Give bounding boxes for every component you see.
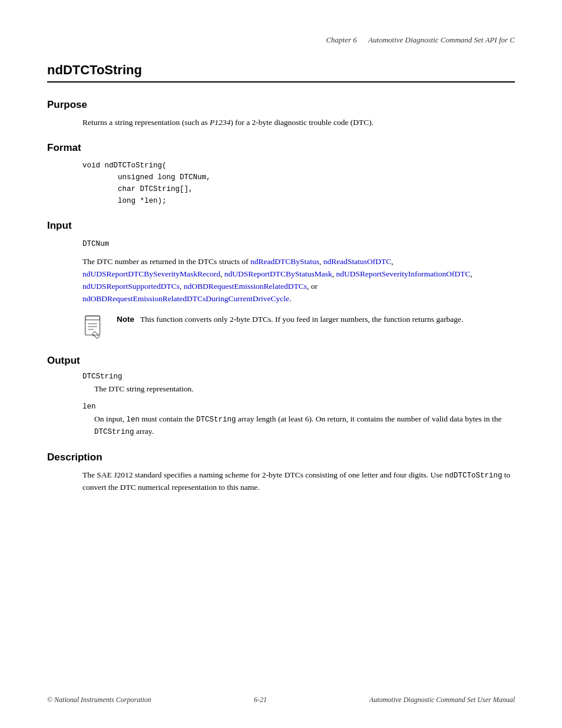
description-text: The SAE J2012 standard specifies a namin… — [82, 469, 515, 494]
link-ndOBDRequestEmissionRelatedDTCs[interactable]: ndOBDRequestEmissionRelatedDTCs — [184, 282, 307, 291]
input-heading: Input — [47, 220, 515, 232]
section-input: Input DTCNum The DTC number as returned … — [47, 220, 515, 342]
format-code: void ndDTCToString( unsigned long DTCNum… — [82, 160, 515, 207]
output-param1: DTCString — [82, 373, 515, 381]
purpose-text: Returns a string representation (such as… — [82, 117, 515, 129]
input-body: DTCNum The DTC number as returned in the… — [82, 238, 515, 342]
output-param2: len — [82, 403, 515, 411]
footer-center: 6-21 — [254, 696, 267, 704]
description-body: The SAE J2012 standard specifies a namin… — [82, 469, 515, 494]
section-format: Format void ndDTCToString( unsigned long… — [47, 142, 515, 207]
link-ndReadDTCByStatus[interactable]: ndReadDTCByStatus — [250, 257, 319, 266]
page-footer: © National Instruments Corporation 6-21 … — [47, 696, 515, 704]
note-content: Note This function converts only 2-byte … — [117, 314, 515, 326]
input-desc: The DTC number as returned in the DTCs s… — [82, 256, 515, 305]
link-ndUDSReportSeverityInformationOfDTC[interactable]: ndUDSReportSeverityInformationOfDTC — [336, 269, 471, 278]
link-ndOBDRequestEmissionRelatedDTCsDuringCurrentDriveCycle[interactable]: ndOBDRequestEmissionRelatedDTCsDuringCur… — [82, 294, 289, 303]
purpose-body: Returns a string representation (such as… — [82, 117, 515, 129]
section-description: Description The SAE J2012 standard speci… — [47, 452, 515, 494]
link-ndReadStatusOfDTC[interactable]: ndReadStatusOfDTC — [323, 257, 392, 266]
footer-left: © National Instruments Corporation — [47, 696, 151, 704]
section-output: Output DTCString The DTC string represen… — [47, 355, 515, 439]
header-chapter: Chapter 6 — [326, 35, 356, 44]
page-title-section: ndDTCToString — [47, 62, 515, 83]
note-box: Note This function converts only 2-byte … — [82, 314, 515, 342]
output-heading: Output — [47, 355, 515, 367]
note-icon — [82, 315, 111, 342]
section-purpose: Purpose Returns a string representation … — [47, 99, 515, 129]
input-param: DTCNum — [82, 238, 515, 250]
svg-rect-0 — [85, 316, 100, 335]
page-title: ndDTCToString — [47, 62, 142, 77]
page-header: Chapter 6 Automotive Diagnostic Command … — [47, 35, 515, 45]
footer-right: Automotive Diagnostic Command Set User M… — [369, 696, 515, 704]
svg-rect-1 — [85, 316, 100, 320]
output-param2-desc: On input, len must contain the DTCString… — [94, 413, 515, 439]
header-title: Automotive Diagnostic Command Set API fo… — [368, 35, 515, 44]
output-body: DTCString The DTC string representation.… — [82, 373, 515, 439]
page: Chapter 6 Automotive Diagnostic Command … — [0, 0, 562, 728]
description-heading: Description — [47, 452, 515, 463]
purpose-heading: Purpose — [47, 99, 515, 111]
note-svg-icon — [82, 315, 105, 340]
format-heading: Format — [47, 142, 515, 154]
link-ndUDSReportSupportedDTCs[interactable]: ndUDSReportSupportedDTCs — [82, 282, 180, 291]
link-ndUDSReportDTCByStatusMask[interactable]: ndUDSReportDTCByStatusMask — [224, 269, 332, 278]
output-param1-desc: The DTC string representation. — [94, 383, 515, 396]
link-ndUDSReportDTCBySeverityMaskRecord[interactable]: ndUDSReportDTCBySeverityMaskRecord — [82, 269, 220, 278]
